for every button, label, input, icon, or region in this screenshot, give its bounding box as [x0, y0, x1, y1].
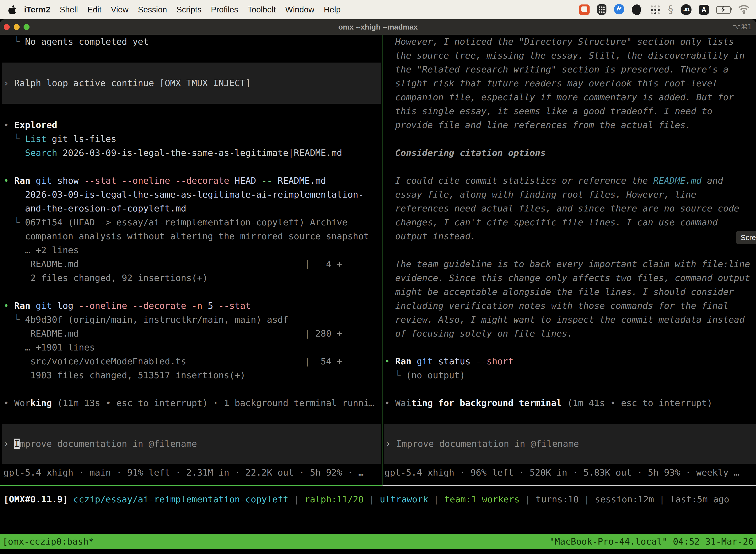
terminal-line: › Improve documentation in @filename: [3, 438, 197, 449]
terminal-line: [384, 340, 756, 354]
menu-item-session[interactable]: Session: [133, 0, 172, 19]
window-title: omx --xhigh --madmax: [0, 19, 756, 35]
chat-app-icon[interactable]: [579, 4, 589, 15]
terminal-line: and-the-erosion-of-copyleft.md: [3, 202, 385, 215]
terminal-line: … +2 lines: [3, 243, 385, 257]
terminal-line: … +1901 lines: [3, 340, 385, 354]
menu-item-shell[interactable]: Shell: [55, 0, 82, 19]
terminal-line: [384, 160, 756, 174]
terminal-line: [3, 382, 385, 396]
battery-percent-badge-icon[interactable]: ..61: [681, 4, 692, 15]
hook-icon[interactable]: [668, 4, 673, 15]
agent-input-right[interactable]: › Improve documentation in @filename: [384, 424, 756, 464]
terminal-line: [3, 104, 385, 118]
terminal-line: companion file, especially if more comme…: [384, 90, 756, 104]
terminal-line: The team guideline is to back every impo…: [384, 257, 756, 271]
terminal-line: might be acceptable alongside the file l…: [384, 285, 756, 299]
menu-items: iTerm2ShellEditViewSessionScriptsProfile…: [19, 0, 345, 19]
terminal-line: › Ralph loop active continue [OMX_TMUX_I…: [3, 78, 251, 89]
terminal-line: gpt-5.4 xhigh · 96% left · 520K in · 5.8…: [384, 466, 756, 480]
terminal-line: └ List git ls-files: [3, 132, 385, 146]
terminal-line: [384, 132, 756, 146]
terminal: └ No agents completed yet• Explored └ Li…: [0, 35, 756, 554]
inactive-pane-bottom-border: [382, 485, 756, 486]
right-pane[interactable]: However, I noticed the "Directory Struct…: [382, 35, 756, 480]
dots-grid-icon[interactable]: [649, 4, 660, 15]
menu-item-edit[interactable]: Edit: [82, 0, 106, 19]
terminal-line: changes, I can't cite specific file line…: [384, 215, 756, 229]
terminal-line: slight risk that future readers may over…: [384, 76, 756, 90]
terminal-line: • Working (11m 13s • esc to interrupt) ·…: [3, 396, 385, 410]
window-title-bar: omx --xhigh --madmax ⌥⌘1: [0, 19, 756, 35]
terminal-line: including verification notes with those …: [384, 299, 756, 313]
terminal-line: output instead.: [384, 229, 756, 243]
terminal-line: 2 files changed, 92 insertions(+): [3, 271, 385, 285]
terminal-line: › Improve documentation in @filename: [385, 438, 579, 449]
tmux-host-clock: "MacBook-Pro-44.local" 04:52 31-Mar-26: [549, 534, 754, 549]
menu-item-help[interactable]: Help: [319, 0, 345, 19]
terminal-line: src/voice/voiceModeEnabled.ts | 54 +: [3, 354, 385, 368]
terminal-line: references need actual files, and since …: [384, 202, 756, 215]
menu-item-view[interactable]: View: [106, 0, 133, 19]
terminal-line: gpt-5.4 xhigh · main · 91% left · 2.31M …: [3, 466, 385, 480]
agent-input-top-left[interactable]: › Ralph loop active continue [OMX_TMUX_I…: [2, 63, 381, 104]
blue-pulse-badge-icon[interactable]: [614, 4, 624, 15]
terminal-line: [OMX#0.11.9] cczip/essay/ai-reimplementa…: [3, 492, 756, 506]
window-shortcut-hint: ⌥⌘1: [733, 19, 752, 35]
terminal-line: essay file, along with finding root file…: [384, 188, 756, 202]
menu-item-iterm2[interactable]: iTerm2: [19, 0, 55, 19]
terminal-line: └ No agents completed yet: [3, 35, 385, 49]
terminal-line: • Waiting for background terminal (1m 41…: [384, 396, 756, 410]
terminal-line: 2026-03-09-is-legal-the-same-as-legitima…: [3, 188, 385, 202]
terminal-line: [3, 410, 385, 424]
menu-item-scripts[interactable]: Scripts: [172, 0, 206, 19]
terminal-line: review. Also, I might want to inspect th…: [384, 313, 756, 327]
screenshot-root: { "colors": { "active_pane_border": "#4b…: [0, 0, 756, 554]
terminal-line: [3, 285, 385, 299]
terminal-line: └ 4b9d30f (origin/main, instructkr/main,…: [3, 313, 385, 327]
terminal-line: However, I noticed the "Directory Struct…: [384, 35, 756, 49]
terminal-line: README.md | 4 +: [3, 257, 385, 271]
terminal-line: └ (no output): [384, 368, 756, 382]
terminal-line: 1903 files changed, 513517 insertions(+): [3, 368, 385, 382]
terminal-line: evidence. Since this change only affects…: [384, 271, 756, 285]
terminal-line: └ 067f154 (HEAD -> essay/ai-reimplementa…: [3, 215, 385, 229]
terminal-line: I could cite commit statistics or refere…: [384, 174, 756, 188]
terminal-line: of focusing solely on file lines.: [384, 327, 756, 340]
terminal-line: • Ran git log --oneline --decorate -n 5 …: [3, 299, 385, 313]
macos-menu-bar: iTerm2ShellEditViewSessionScriptsProfile…: [0, 0, 756, 19]
terminal-line: [3, 49, 385, 63]
battery-charging-icon[interactable]: [716, 6, 731, 14]
apple-logo-icon[interactable]: [8, 5, 16, 14]
terminal-line: companion analysis without altering the …: [3, 229, 385, 243]
terminal-line: this single essay, it seems like a good …: [384, 104, 756, 118]
menu-item-profiles[interactable]: Profiles: [206, 0, 243, 19]
terminal-line: README.md | 280 +: [3, 327, 385, 340]
terminal-line: • Explored: [3, 118, 385, 132]
tmux-status-bar: [omx-cczip0:bash* "MacBook-Pro-44.local"…: [0, 534, 756, 549]
terminal-line: the "Related research writing" section i…: [384, 63, 756, 76]
pie-chart-icon[interactable]: [632, 4, 642, 15]
agent-input-left[interactable]: › Improve documentation in @filename: [2, 424, 381, 464]
terminal-line: [384, 382, 756, 396]
terminal-line: Considering citation options: [384, 146, 756, 160]
active-pane-bottom-border: [0, 485, 382, 486]
menu-status-icons: ..61 A: [579, 4, 756, 15]
terminal-line: provide file and line references from th…: [384, 118, 756, 132]
tmux-session-window[interactable]: [omx-cczip0:bash*: [2, 534, 94, 549]
screen-sharing-chip[interactable]: Scre: [736, 231, 756, 244]
terminal-line: • Ran git status --short: [384, 354, 756, 368]
terminal-line: [384, 243, 756, 257]
menu-item-toolbelt[interactable]: Toolbelt: [243, 0, 280, 19]
terminal-line: [384, 410, 756, 424]
terminal-line: Search 2026-03-09-is-legal-the-same-as-l…: [3, 146, 385, 160]
keypad-shield-icon[interactable]: [597, 4, 607, 15]
omx-status-bar: [OMX#0.11.9] cczip/essay/ai-reimplementa…: [0, 492, 756, 506]
terminal-line: the source tree, missing the essay. Stil…: [384, 49, 756, 63]
menu-item-window[interactable]: Window: [280, 0, 319, 19]
terminal-line: [3, 160, 385, 174]
input-source-icon[interactable]: A: [699, 5, 709, 15]
wifi-icon[interactable]: [738, 4, 750, 15]
terminal-line: • Ran git show --stat --oneline --decora…: [3, 174, 385, 188]
